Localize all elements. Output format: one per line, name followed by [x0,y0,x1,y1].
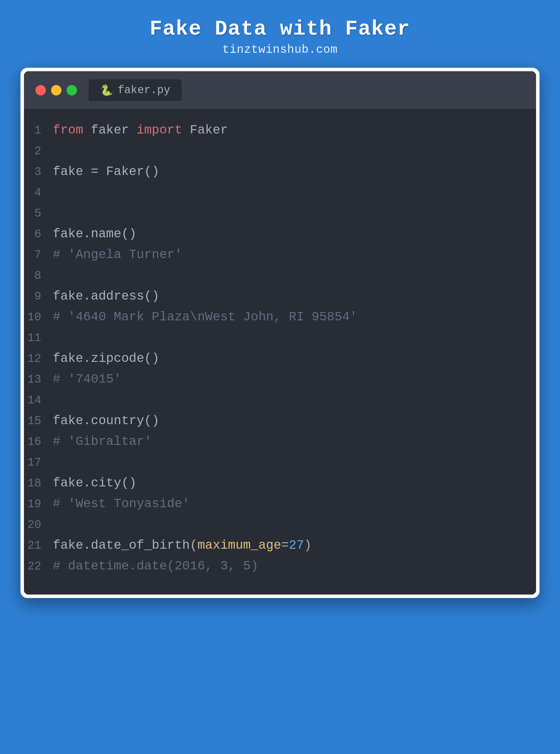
code-token: # '74015' [53,372,121,386]
window-inner: 🐍 faker.py 1from faker import Faker2 3fa… [24,71,536,594]
line-number: 11 [24,331,53,345]
code-token: # datetime.date(2016, 3, 5) [53,559,258,573]
python-icon: 🐍 [100,84,113,96]
code-line: 13# '74015' [24,370,536,390]
line-content: # 'West Tonyaside' [53,496,190,511]
line-number: 10 [24,311,53,324]
line-content [53,455,60,469]
file-tab[interactable]: 🐍 faker.py [88,79,182,101]
code-token: fake.zipcode() [53,351,159,366]
line-number: 14 [24,394,53,407]
code-token: fake.date_of_birth( [53,538,198,552]
line-number: 13 [24,373,53,386]
code-token: fake.city() [53,476,136,490]
code-line: 22# datetime.date(2016, 3, 5) [24,556,536,577]
code-token: fake.address() [53,289,159,303]
line-number: 15 [24,415,53,428]
code-line: 19# 'West Tonyaside' [24,494,536,515]
line-number: 3 [24,165,53,179]
line-content [53,144,60,158]
line-number: 19 [24,498,53,511]
line-content: fake = Faker() [53,164,159,179]
code-token: from [53,123,83,137]
code-line: 12fake.zipcode() [24,349,536,370]
line-number: 6 [24,228,53,241]
minimize-button[interactable] [51,85,61,96]
line-content [53,206,60,220]
code-line: 8 [24,266,536,287]
line-content [53,393,60,407]
code-line: 10# '4640 Mark Plaza\nWest John, RI 9585… [24,307,536,328]
code-line: 9fake.address() [24,287,536,307]
code-token: ) [304,538,312,552]
line-content [53,330,60,345]
code-line: 21fake.date_of_birth(maximum_age=27) [24,536,536,556]
code-line: 15fake.country() [24,411,536,432]
line-number: 16 [24,435,53,448]
code-line: 6fake.name() [24,224,536,245]
code-line: 20 [24,515,536,536]
close-button[interactable] [36,85,46,96]
line-content: # '74015' [53,372,121,386]
code-token: # '4640 Mark Plaza\nWest John, RI 95854' [53,310,357,324]
line-number: 20 [24,518,53,531]
page-subtitle: tinztwinshub.com [149,43,411,56]
code-line: 3fake = Faker() [24,162,536,183]
code-line: 4 [24,183,536,204]
traffic-lights [36,85,77,96]
line-content: # '4640 Mark Plaza\nWest John, RI 95854' [53,310,357,324]
code-line: 11 [24,328,536,349]
code-token: faker [83,123,137,137]
line-number: 22 [24,560,53,573]
line-content [53,268,60,283]
maximize-button[interactable] [67,85,77,96]
page-title: Fake Data with Faker [149,17,411,41]
code-line: 2 [24,141,536,162]
line-number: 12 [24,352,53,365]
code-line: 14 [24,390,536,411]
titlebar: 🐍 faker.py [24,71,536,109]
code-token: # 'Gibraltar' [53,434,152,449]
line-content: # 'Gibraltar' [53,434,152,449]
line-number: 1 [24,124,53,137]
line-number: 17 [24,456,53,469]
line-number: 18 [24,477,53,490]
code-token: # 'Angela Turner' [53,247,182,262]
code-token: = [281,538,289,552]
code-line: 16# 'Gibraltar' [24,432,536,453]
line-content: from faker import Faker [53,123,228,137]
tab-filename: faker.py [118,84,170,96]
code-token: 27 [289,538,304,552]
line-number: 4 [24,186,53,199]
line-content: fake.country() [53,413,159,428]
code-token: maximum_age [198,538,281,552]
page-header: Fake Data with Faker tinztwinshub.com [149,12,411,56]
line-content: # datetime.date(2016, 3, 5) [53,559,258,573]
line-content [53,185,60,200]
code-token: import [136,123,182,137]
line-content: # 'Angela Turner' [53,247,182,262]
window-outer: 🐍 faker.py 1from faker import Faker2 3fa… [20,68,540,598]
code-line: 7# 'Angela Turner' [24,245,536,266]
code-line: 1from faker import Faker [24,121,536,141]
line-number: 7 [24,248,53,262]
line-number: 2 [24,145,53,158]
code-area: 1from faker import Faker2 3fake = Faker(… [24,109,536,594]
code-token: Faker [182,123,228,137]
line-content: fake.name() [53,227,136,241]
line-content: fake.zipcode() [53,351,159,366]
line-content: fake.address() [53,289,159,303]
code-line: 5 [24,204,536,224]
code-token: # 'West Tonyaside' [53,496,190,511]
code-token: fake.country() [53,413,159,428]
line-content: fake.date_of_birth(maximum_age=27) [53,538,312,552]
code-token: fake.name() [53,227,136,241]
line-number: 21 [24,539,53,552]
line-content [53,517,60,532]
line-number: 8 [24,269,53,282]
line-content: fake.city() [53,476,136,490]
line-number: 9 [24,290,53,303]
code-line: 17 [24,453,536,473]
line-number: 5 [24,207,53,220]
code-line: 18fake.city() [24,473,536,494]
